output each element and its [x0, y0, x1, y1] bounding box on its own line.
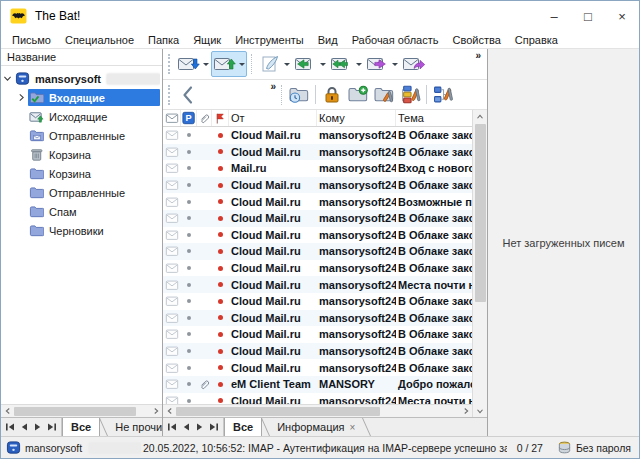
maximize-button[interactable]: □ [571, 1, 605, 31]
reply-button-dropdown[interactable] [318, 52, 327, 76]
menu-item-7[interactable]: Свойства [445, 34, 507, 46]
folder-tools-button[interactable] [371, 83, 397, 107]
folder-row-черновики[interactable]: Черновики [1, 221, 162, 240]
folder-item[interactable]: Корзина [28, 165, 160, 182]
folder-item[interactable]: Исходящие [28, 108, 160, 125]
compose-button[interactable] [256, 51, 292, 77]
folder-row-исходящие[interactable]: Исходящие [1, 107, 162, 126]
menu-item-2[interactable]: Папка [141, 34, 186, 46]
menu-item-8[interactable]: Справка [508, 34, 565, 46]
folder-clock-button[interactable] [286, 83, 312, 107]
tab-все[interactable]: Все [224, 418, 262, 436]
folder-row-корзина[interactable]: Корзина [1, 164, 162, 183]
next-tab-icon[interactable] [194, 421, 206, 433]
folder-item[interactable]: Корзина [28, 146, 160, 163]
menu-item-6[interactable]: Рабочая область [345, 34, 446, 46]
column-attachment-icon[interactable] [197, 110, 212, 126]
message-row-7[interactable]: Cloud Mail.rumansorysoft24...В Облаке за… [163, 227, 472, 244]
tab-close-icon[interactable]: × [350, 422, 356, 433]
message-row-4[interactable]: Cloud Mail.rumansorysoft24...В Облаке за… [163, 177, 472, 194]
menu-item-5[interactable]: Вид [311, 34, 345, 46]
folder-add-button[interactable] [345, 83, 371, 107]
folder-item[interactable]: Отправленные [28, 184, 160, 201]
get-mail-button-dropdown[interactable] [201, 52, 210, 76]
close-button[interactable]: × [605, 1, 639, 31]
last-tab-icon[interactable] [208, 421, 220, 433]
message-row-12[interactable]: Cloud Mail.rumansorysoft24...В Облаке за… [163, 310, 472, 327]
message-row-6[interactable]: Cloud Mail.rumansorysoft24...В Облаке за… [163, 210, 472, 227]
menu-item-3[interactable]: Ящик [186, 34, 228, 46]
message-list-hscrollbar[interactable] [163, 404, 472, 417]
folder-row-корзина[interactable]: Корзина [1, 145, 162, 164]
account-row[interactable]: mansorysoft [1, 69, 162, 88]
reply-button[interactable] [292, 51, 328, 77]
column-from[interactable]: От [229, 110, 317, 126]
folders-tools-button[interactable] [397, 83, 423, 107]
scroll-up-icon[interactable] [475, 110, 485, 123]
tab-не-прочитано[interactable]: Не прочитано× [107, 418, 162, 436]
hscroll-thumb[interactable] [176, 407, 380, 416]
forward-button[interactable] [364, 51, 400, 77]
column-subject[interactable]: Тема [396, 110, 472, 126]
toolbar-overflow-chevron[interactable]: » [270, 81, 275, 92]
folder-item[interactable]: Входящие [28, 89, 160, 106]
scroll-left-icon[interactable] [163, 405, 176, 417]
folder-panel-hscrollbar[interactable] [1, 404, 162, 417]
expander-down-icon[interactable] [1, 73, 14, 84]
toolbar-overflow-chevron[interactable]: » [475, 50, 480, 61]
folder-row-отправленные[interactable]: Отправленные [1, 183, 162, 202]
toolbar-drag-handle[interactable] [168, 85, 170, 105]
folder-item[interactable]: Спам [28, 203, 160, 220]
first-tab-icon[interactable] [166, 421, 178, 433]
next-tab-icon[interactable] [32, 421, 44, 433]
column-priority-icon[interactable]: P [181, 110, 197, 126]
message-row-9[interactable]: Cloud Mail.rumansorysoft24...В Облаке за… [163, 260, 472, 277]
folder-row-входящие[interactable]: Входящие [1, 88, 162, 107]
column-to[interactable]: Кому [317, 110, 396, 126]
folder-row-спам[interactable]: Спам [1, 202, 162, 221]
folder-item[interactable]: Отправленные [28, 127, 160, 144]
folder-item[interactable]: mansorysoft [14, 70, 160, 87]
menu-item-0[interactable]: Письмо [5, 34, 58, 46]
vscroll-thumb[interactable] [475, 124, 486, 302]
message-row-13[interactable]: Cloud Mail.rumansorysoft24...В Облаке за… [163, 326, 472, 343]
column-flag-icon[interactable] [212, 110, 229, 126]
message-row-14[interactable]: Cloud Mail.rumansorysoft24...В Облаке за… [163, 343, 472, 360]
hscroll-thumb[interactable] [14, 407, 136, 416]
message-row-15[interactable]: Cloud Mail.rumansorysoft24...В Облаке за… [163, 359, 472, 376]
reply-all-button-dropdown[interactable] [354, 52, 363, 76]
menu-item-1[interactable]: Специальное [58, 34, 141, 46]
tab-все[interactable]: Все [62, 418, 100, 436]
first-tab-icon[interactable] [4, 421, 16, 433]
column-envelope-icon[interactable] [163, 110, 181, 126]
forward-button-dropdown[interactable] [390, 52, 399, 76]
folder-item[interactable]: Черновики [28, 222, 160, 239]
last-tab-icon[interactable] [46, 421, 58, 433]
message-row-1[interactable]: Cloud Mail.rumansorysoft24...В Облаке за… [163, 127, 472, 144]
send-mail-button[interactable] [211, 51, 247, 77]
back-button[interactable]: » [175, 82, 277, 108]
message-row-10[interactable]: Cloud Mail.rumansorysoft24...Места почти… [163, 276, 472, 293]
tab-информация[interactable]: Информация× [269, 418, 363, 436]
message-row-17[interactable]: Cloud Mail.rumansorysoft24...Места почти… [163, 393, 472, 405]
toolbar-drag-handle[interactable] [168, 54, 170, 74]
compose-button-dropdown[interactable] [282, 52, 291, 76]
message-list-vscrollbar[interactable] [472, 110, 487, 417]
reply-all-button[interactable] [328, 51, 364, 77]
folder-column-header[interactable]: Название [1, 49, 162, 66]
menu-item-4[interactable]: Инструменты [228, 34, 311, 46]
scroll-left-icon[interactable] [1, 405, 14, 417]
minimize-button[interactable]: – [537, 1, 571, 31]
expander-right-icon[interactable] [15, 92, 28, 103]
scroll-down-icon[interactable] [475, 404, 485, 417]
scroll-right-icon[interactable] [149, 405, 162, 417]
message-row-2[interactable]: Cloud Mail.rumansorysoft24...В Облаке за… [163, 144, 472, 161]
message-row-11[interactable]: Cloud Mail.rumansorysoft24...В Облаке за… [163, 293, 472, 310]
message-row-16[interactable]: eM Client TeamMANSORYДобро пожалов [163, 376, 472, 393]
folder-row-отправленные[interactable]: Отправленные [1, 126, 162, 145]
prev-tab-icon[interactable] [180, 421, 192, 433]
get-mail-button[interactable] [175, 51, 211, 77]
lock-button[interactable] [319, 83, 345, 107]
scroll-right-icon[interactable] [459, 405, 472, 417]
redirect-button[interactable] [400, 51, 427, 77]
